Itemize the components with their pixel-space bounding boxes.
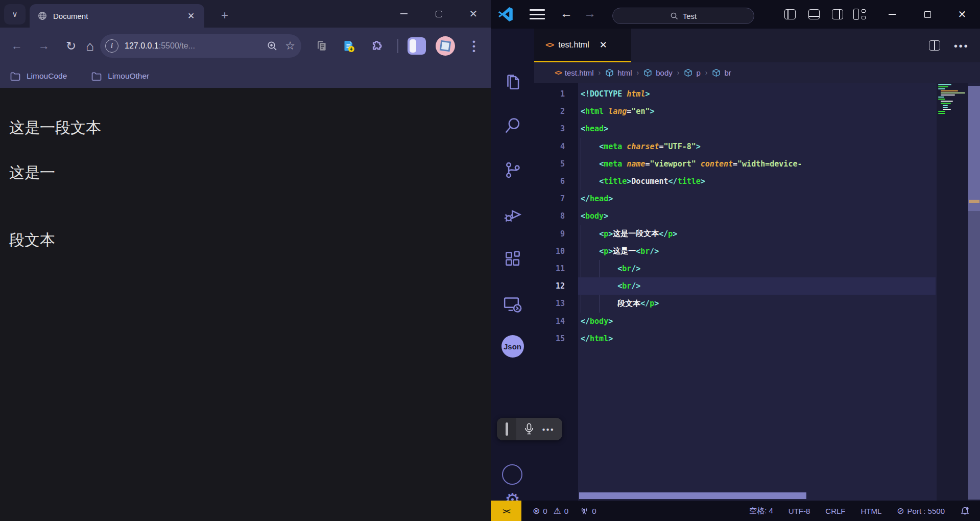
download-document-extension-icon[interactable]	[339, 36, 358, 56]
code-line-11[interactable]: 11 <br/>	[534, 260, 936, 277]
profile-avatar[interactable]	[436, 36, 455, 56]
back-button[interactable]: ←	[7, 36, 27, 56]
run-debug-icon[interactable]	[503, 205, 522, 224]
breadcrumb-body[interactable]: body	[643, 68, 673, 77]
minimize-button[interactable]	[387, 0, 421, 28]
code-line-6[interactable]: 6 <title>Document</title>	[534, 173, 936, 190]
vertical-scrollbar[interactable]	[968, 86, 980, 500]
url-text[interactable]: 127.0.0.1:5500/te...	[125, 41, 267, 51]
account-icon[interactable]	[502, 464, 522, 485]
tab-close-icon[interactable]: ✕	[185, 10, 197, 22]
browser-titlebar: ∨ Document ✕ + ✕	[0, 0, 491, 28]
reload-button[interactable]: ↻	[61, 36, 81, 56]
browser-menu-button[interactable]: •••	[468, 39, 480, 53]
menu-hamburger-icon[interactable]	[530, 9, 545, 19]
code-line-10[interactable]: 10 <p>这是一<br/>	[534, 243, 936, 260]
toggle-panel-icon[interactable]	[808, 9, 820, 19]
vscode-minimize-button[interactable]	[880, 0, 904, 29]
breadcrumb-file[interactable]: <> test.html	[555, 68, 594, 77]
code-editor[interactable]: 1<!DOCTYPE html>2<html lang="en">3<head>…	[534, 83, 980, 501]
code-line-7[interactable]: 7</head>	[534, 190, 936, 207]
explorer-icon[interactable]	[503, 73, 522, 92]
microphone-icon[interactable]	[524, 423, 534, 435]
problems-status[interactable]: ⊗ 0 ⚠ 0	[533, 506, 568, 516]
minimap[interactable]	[937, 83, 968, 501]
live-server-port-status[interactable]: ⊘ Port : 5500	[897, 506, 945, 516]
line-number: 12	[534, 281, 578, 291]
code-line-14[interactable]: 14</body>	[534, 312, 936, 329]
zoom-icon[interactable]	[267, 40, 278, 52]
browser-window: ∨ Document ✕ + ✕ ← → ↻ ⌂	[0, 0, 491, 521]
tab-search-button[interactable]: ∨	[4, 4, 26, 25]
remote-indicator[interactable]: ><	[491, 501, 521, 521]
new-tab-button[interactable]: +	[217, 7, 233, 23]
line-content: <html lang="en">	[578, 103, 936, 120]
reading-list-extension-icon[interactable]	[312, 36, 331, 56]
breadcrumb-br[interactable]: br	[712, 68, 731, 77]
search-sidebar-icon[interactable]	[503, 116, 522, 135]
vscode-maximize-button[interactable]	[916, 0, 939, 29]
status-bar: >< ⊗ 0 ⚠ 0 0 空格: 4 UTF-8	[491, 501, 980, 521]
close-button[interactable]: ✕	[456, 0, 491, 28]
toggle-sidebar-icon[interactable]	[784, 9, 796, 19]
nav-forward-button[interactable]: →	[582, 6, 598, 20]
nav-back-button[interactable]: ←	[558, 6, 575, 20]
symbol-cube-icon	[684, 68, 692, 77]
editor-tabstrip: <> test.html ✕ ●●●	[534, 29, 980, 62]
code-line-15[interactable]: 15</html>	[534, 330, 936, 347]
source-control-icon[interactable]	[503, 160, 522, 180]
code-line-2[interactable]: 2<html lang="en">	[534, 103, 936, 120]
indentation-status[interactable]: 空格: 4	[749, 506, 773, 516]
eol-status[interactable]: CRLF	[825, 507, 845, 515]
code-line-13[interactable]: 13 段文本</p>	[534, 295, 936, 312]
line-content: <br/>	[578, 277, 936, 295]
notifications-bell[interactable]	[960, 506, 970, 516]
breadcrumb-separator: ›	[677, 68, 680, 77]
encoding-status[interactable]: UTF-8	[788, 507, 810, 515]
scrollbar-thumb[interactable]	[968, 86, 980, 211]
mic-more-icon[interactable]: ●●●	[542, 427, 555, 432]
side-panel-button[interactable]	[408, 37, 426, 55]
command-search-box[interactable]: Test	[612, 8, 754, 24]
extensions-icon[interactable]	[503, 249, 522, 269]
forward-button[interactable]: →	[34, 36, 54, 56]
maximize-button[interactable]	[421, 0, 456, 28]
code-line-8[interactable]: 8<body>	[534, 207, 936, 225]
code-line-12[interactable]: 12 <br/>	[534, 277, 936, 295]
customize-layout-icon[interactable]	[853, 9, 866, 20]
vscode-close-button[interactable]: ✕	[950, 0, 974, 29]
page-paragraph-1: 这是一段文本	[9, 116, 491, 139]
bookmark-limouother[interactable]: LimouOther	[91, 72, 149, 81]
bookmark-limoucode[interactable]: LimouCode	[10, 72, 67, 81]
tab-close-icon[interactable]: ✕	[600, 39, 607, 51]
breadcrumb-html[interactable]: html	[605, 68, 632, 77]
breadcrumb-p[interactable]: p	[684, 68, 700, 77]
remote-explorer-icon[interactable]	[503, 294, 523, 315]
url-bar[interactable]: i 127.0.0.1:5500/te... ☆	[100, 34, 301, 58]
browser-tab-document[interactable]: Document ✕	[30, 4, 204, 28]
code-line-5[interactable]: 5 <meta name="viewport" content="width=d…	[534, 155, 936, 173]
split-editor-icon[interactable]	[929, 40, 940, 51]
ports-status[interactable]: 0	[580, 506, 596, 515]
line-number: 10	[534, 247, 578, 256]
code-line-9[interactable]: 9 <p>这是一段文本</p>	[534, 225, 936, 243]
voice-mic-widget[interactable]: ●●●	[497, 418, 562, 440]
toggle-secondary-sidebar-icon[interactable]	[832, 9, 843, 19]
language-mode-status[interactable]: HTML	[861, 507, 882, 515]
more-actions-icon[interactable]: ●●●	[953, 42, 969, 50]
json-extension-badge[interactable]: Json	[501, 335, 524, 358]
tab-test-html[interactable]: <> test.html ✕	[534, 29, 631, 62]
code-line-1[interactable]: 1<!DOCTYPE html>	[534, 85, 936, 103]
side-panel-icon	[410, 39, 416, 53]
line-number: 15	[534, 334, 578, 343]
code-line-3[interactable]: 3<head>	[534, 120, 936, 137]
extensions-puzzle-icon[interactable]	[367, 36, 387, 56]
bookmark-star-icon[interactable]: ☆	[285, 39, 295, 53]
horizontal-scrollbar[interactable]	[579, 492, 806, 499]
home-button[interactable]: ⌂	[80, 36, 100, 56]
symbol-cube-icon	[643, 68, 652, 77]
screen: ∨ Document ✕ + ✕ ← → ↻ ⌂	[0, 0, 980, 521]
mic-widget-handle[interactable]	[497, 418, 516, 440]
site-info-icon[interactable]: i	[105, 39, 118, 53]
code-line-4[interactable]: 4 <meta charset="UTF-8">	[534, 138, 936, 155]
